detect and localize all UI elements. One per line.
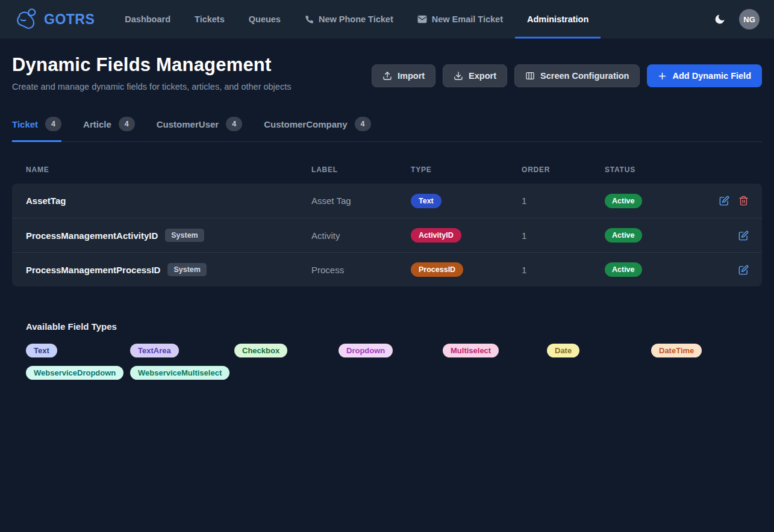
system-badge: System xyxy=(165,229,204,242)
nav-item-new-phone-ticket[interactable]: New Phone Ticket xyxy=(293,0,405,39)
nav-item-tickets[interactable]: Tickets xyxy=(183,0,237,39)
tab-count-badge: 4 xyxy=(119,117,135,131)
available-field-types-section: Available Field Types Text TextArea Chec… xyxy=(12,321,762,380)
field-status-cell: Active xyxy=(605,194,719,208)
tab-customeruser[interactable]: CustomerUser 4 xyxy=(157,113,242,142)
add-dynamic-field-button[interactable]: Add Dynamic Field xyxy=(647,64,762,87)
field-type-pill-date: Date xyxy=(547,344,579,357)
field-name: AssetTag xyxy=(26,196,66,206)
tab-article[interactable]: Article 4 xyxy=(83,113,135,142)
tab-label: CustomerUser xyxy=(157,119,219,129)
field-type-pills: Text TextArea Checkbox Dropdown Multisel… xyxy=(26,344,762,380)
field-label-cell: Activity xyxy=(311,230,411,241)
field-order-cell: 1 xyxy=(522,196,605,206)
import-button[interactable]: Import xyxy=(372,64,435,87)
field-status-cell: Active xyxy=(605,228,738,243)
row-actions xyxy=(738,230,749,241)
brand[interactable]: GOTRS xyxy=(14,0,95,39)
field-type-cell: ActivityID xyxy=(411,228,522,243)
table-row: ProcessManagementActivityID System Activ… xyxy=(12,218,762,252)
field-type-pill-multiselect: Multiselect xyxy=(443,344,499,357)
type-badge: ActivityID xyxy=(411,228,461,243)
table-body: AssetTag Asset Tag Text 1 Active xyxy=(12,184,762,286)
envelope-icon xyxy=(417,14,427,24)
nav-item-dashboard[interactable]: Dashboard xyxy=(113,0,183,39)
import-button-label: Import xyxy=(398,71,425,81)
columns-icon xyxy=(525,71,535,81)
page-header-text: Dynamic Fields Management Create and man… xyxy=(12,54,291,91)
column-header-name: NAME xyxy=(26,165,311,174)
row-actions xyxy=(719,196,749,206)
phone-icon xyxy=(305,15,314,24)
field-type-cell: ProcessID xyxy=(411,262,522,277)
column-header-status: STATUS xyxy=(605,165,749,174)
status-badge: Active xyxy=(605,262,642,277)
field-type-pill-dropdown: Dropdown xyxy=(339,344,393,357)
field-name-cell: AssetTag xyxy=(26,196,311,206)
field-type-pill-text: Text xyxy=(26,344,57,357)
tab-customercompany[interactable]: CustomerCompany 4 xyxy=(264,113,370,142)
edit-icon xyxy=(738,230,749,241)
tab-label: Ticket xyxy=(12,119,38,129)
field-type-pill-datetime: DateTime xyxy=(651,344,702,357)
table-row: ProcessManagementProcessID System Proces… xyxy=(12,252,762,286)
field-order-cell: 1 xyxy=(522,230,605,241)
trash-icon xyxy=(738,196,749,206)
edit-icon xyxy=(738,265,749,275)
navbar-right: NG xyxy=(711,0,760,39)
screen-configuration-button-label: Screen Configuration xyxy=(540,71,629,81)
table-header-row: NAME LABEL TYPE ORDER STATUS xyxy=(12,155,762,184)
type-badge: ProcessID xyxy=(411,262,463,277)
page-header: Dynamic Fields Management Create and man… xyxy=(12,54,762,91)
moon-icon xyxy=(714,13,726,25)
tab-label: CustomerCompany xyxy=(264,119,347,129)
nav-item-administration[interactable]: Administration xyxy=(515,0,601,39)
field-name: ProcessManagementProcessID xyxy=(26,265,160,275)
screen-configuration-button[interactable]: Screen Configuration xyxy=(514,64,640,87)
tab-count-badge: 4 xyxy=(355,117,371,131)
nav-items: Dashboard Tickets Queues New Phone Ticke… xyxy=(113,0,601,39)
brand-name: GOTRS xyxy=(44,11,95,28)
available-field-types-heading: Available Field Types xyxy=(26,321,762,332)
field-label-cell: Asset Tag xyxy=(311,196,411,206)
row-actions xyxy=(738,265,749,275)
nav-item-new-email-ticket[interactable]: New Email Ticket xyxy=(405,0,515,39)
delete-button[interactable] xyxy=(738,196,749,206)
edit-icon xyxy=(719,196,729,206)
nav-item-queues[interactable]: Queues xyxy=(237,0,293,39)
page-content: Dynamic Fields Management Create and man… xyxy=(0,54,774,380)
avatar[interactable]: NG xyxy=(739,9,760,29)
field-type-pill-webservicemultiselect: WebserviceMultiselect xyxy=(130,366,229,380)
nav-item-label: New Email Ticket xyxy=(432,14,503,24)
edit-button[interactable] xyxy=(738,230,749,241)
tab-label: Article xyxy=(83,119,111,129)
field-name-cell: ProcessManagementProcessID System xyxy=(26,263,311,276)
field-name: ProcessManagementActivityID xyxy=(26,230,158,241)
top-navbar: GOTRS Dashboard Tickets Queues New Phone… xyxy=(0,0,774,39)
status-badge: Active xyxy=(605,228,642,243)
column-header-type: TYPE xyxy=(411,165,522,174)
goat-logo-icon xyxy=(14,7,39,31)
field-type-cell: Text xyxy=(411,194,522,208)
field-type-pill-webservicedropdown: WebserviceDropdown xyxy=(26,366,123,380)
field-order-cell: 1 xyxy=(522,265,605,275)
edit-button[interactable] xyxy=(719,196,729,206)
add-dynamic-field-button-label: Add Dynamic Field xyxy=(672,71,751,81)
field-label-cell: Process xyxy=(311,265,411,275)
export-button-label: Export xyxy=(469,71,496,81)
page-title: Dynamic Fields Management xyxy=(12,54,291,76)
type-badge: Text xyxy=(411,194,442,208)
field-status-cell: Active xyxy=(605,262,738,277)
field-name-cell: ProcessManagementActivityID System xyxy=(26,229,311,242)
export-button[interactable]: Export xyxy=(443,64,507,87)
tab-ticket[interactable]: Ticket 4 xyxy=(12,113,61,142)
table-row: AssetTag Asset Tag Text 1 Active xyxy=(12,184,762,218)
plus-icon xyxy=(658,72,667,81)
theme-toggle-button[interactable] xyxy=(711,11,728,28)
header-actions: Import Export Screen Configuration xyxy=(372,64,762,87)
object-type-tabs: Ticket 4 Article 4 CustomerUser 4 Custom… xyxy=(12,113,762,142)
download-icon xyxy=(454,71,463,81)
page-subtitle: Create and manage dynamic fields for tic… xyxy=(12,82,291,91)
edit-button[interactable] xyxy=(738,265,749,275)
tab-count-badge: 4 xyxy=(226,117,242,131)
